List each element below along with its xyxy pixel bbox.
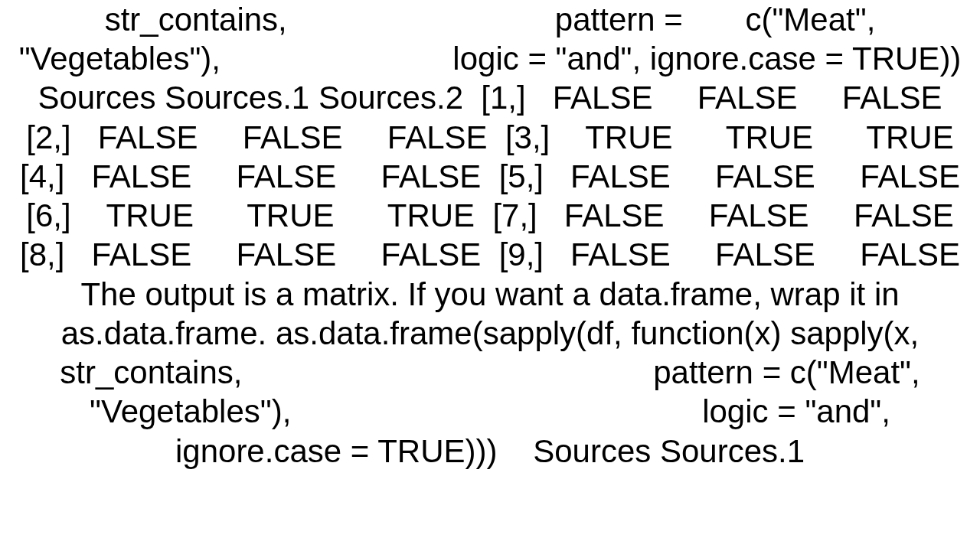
document-body: str_contains, pattern = c("Meat", "Veget…	[0, 0, 980, 551]
body-text: str_contains, pattern = c("Meat", "Veget…	[18, 0, 962, 471]
